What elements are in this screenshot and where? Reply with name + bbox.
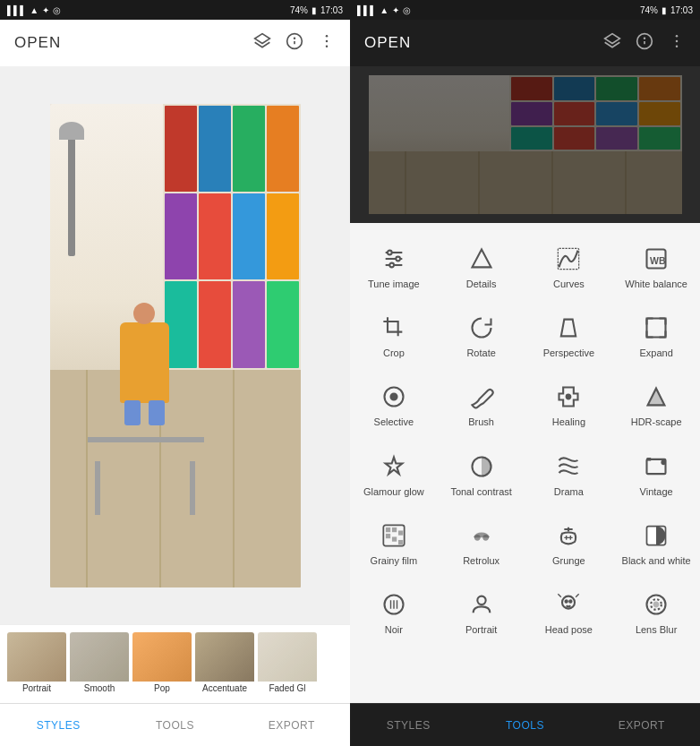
photo-floor — [50, 370, 301, 587]
svg-point-27 — [390, 394, 397, 400]
vintage-label: Vintage — [640, 486, 673, 498]
tool-glamour[interactable]: Glamour glow — [350, 438, 438, 507]
drama-label: Drama — [554, 486, 584, 498]
bottom-nav-right: STYLES TOOLS EXPORT — [350, 703, 700, 746]
curves-label: Curves — [553, 279, 585, 290]
portrait-label: Portrait — [465, 624, 497, 636]
svg-point-11 — [676, 34, 679, 37]
tool-perspective[interactable]: Perspective — [525, 299, 613, 368]
thumb-accentuate-label: Accentuate — [195, 682, 254, 695]
svg-rect-41 — [393, 537, 397, 541]
tune-image-icon — [378, 243, 410, 275]
tool-tonal[interactable]: Tonal contrast — [438, 438, 525, 507]
table-leg1 — [95, 461, 100, 515]
nav-styles-right[interactable]: STYLES — [350, 704, 466, 746]
svg-rect-40 — [387, 535, 390, 538]
tool-drama[interactable]: Drama — [525, 438, 613, 507]
status-bar-right: ▌▌▌ ▲ ✦ ◎ 74% ▮ 17:03 — [350, 0, 700, 20]
battery-icon-r: ▮ — [662, 5, 667, 15]
nav-styles-left[interactable]: STYLES — [0, 704, 116, 746]
tool-brush[interactable]: Brush — [438, 368, 525, 437]
toolbar-icons-left — [253, 32, 336, 55]
thumbnail-strip-left: Portrait Smooth Pop Accentuate Faded Gl — [0, 624, 350, 703]
noir-icon — [378, 588, 410, 621]
svg-point-6 — [326, 45, 329, 47]
perspective-icon — [552, 312, 585, 344]
status-bar-left: ▌▌▌ ▲ ✦ ◎ 74% ▮ 17:03 — [0, 0, 350, 20]
glamour-label: Glamour glow — [363, 486, 424, 498]
svg-text:WB: WB — [650, 255, 666, 266]
info-icon-right[interactable] — [636, 32, 653, 55]
tool-curves[interactable]: Curves — [525, 230, 613, 299]
book12 — [267, 281, 299, 367]
noir-label: Noir — [385, 624, 403, 636]
tool-crop[interactable]: Crop — [350, 299, 438, 368]
thumb-accentuate-img — [195, 632, 254, 682]
more-icon-right[interactable] — [668, 32, 686, 55]
grunge-label: Grunge — [552, 555, 585, 567]
thumb-pop[interactable]: Pop — [132, 632, 192, 697]
glamour-icon — [378, 450, 410, 483]
lensblur-label: Lens Blur — [636, 624, 677, 636]
book11 — [233, 281, 265, 367]
svg-point-53 — [654, 603, 659, 607]
open-title-left: OPEN — [14, 34, 61, 52]
nav-export-left[interactable]: EXPORT — [234, 704, 350, 746]
tool-bw[interactable]: Black and white — [612, 507, 700, 576]
tool-healing[interactable]: Healing — [525, 368, 613, 437]
tonal-icon — [465, 450, 498, 483]
more-icon-left[interactable] — [318, 32, 336, 55]
photo-left — [50, 104, 301, 587]
tool-portrait[interactable]: Portrait — [438, 576, 525, 645]
tool-lensblur[interactable]: Lens Blur — [612, 576, 700, 645]
tool-retrolux[interactable]: Retrolux — [438, 507, 525, 576]
thumb-faded-label: Faded Gl — [258, 682, 317, 695]
svg-point-49 — [566, 600, 568, 602]
tool-expand[interactable]: Expand — [612, 299, 700, 368]
crop-icon — [378, 312, 410, 344]
thumb-portrait[interactable]: Portrait — [7, 632, 66, 697]
lamp-shade — [59, 122, 84, 140]
tool-tune-image[interactable]: Tune image — [350, 230, 438, 299]
battery-pct-r: 74% — [640, 5, 658, 15]
nav-tools-left[interactable]: TOOLS — [116, 704, 233, 746]
hdr-label: HDR-scape — [631, 416, 682, 428]
nav-tools-right[interactable]: TOOLS — [466, 704, 583, 746]
top-bar-left: OPEN — [0, 20, 350, 66]
brush-icon — [465, 381, 498, 413]
thumb-smooth[interactable]: Smooth — [70, 632, 129, 697]
layers-icon-left[interactable] — [253, 32, 271, 55]
svg-point-19 — [389, 263, 394, 268]
nfc-icon-r: ◎ — [403, 5, 411, 15]
book5 — [165, 193, 197, 279]
tool-vintage[interactable]: Vintage — [612, 438, 700, 507]
thumb-accentuate[interactable]: Accentuate — [195, 632, 254, 697]
headpose-icon — [552, 588, 585, 621]
grainy-icon — [378, 519, 410, 552]
tool-rotate[interactable]: Rotate — [438, 299, 525, 368]
tool-headpose[interactable]: Head pose — [525, 576, 613, 645]
open-title-right: OPEN — [364, 34, 411, 52]
tool-white-balance[interactable]: WB White balance — [612, 230, 700, 299]
tool-details[interactable]: Details — [438, 230, 525, 299]
thumb-faded[interactable]: Faded Gl — [258, 632, 317, 697]
time-display-r: 17:03 — [670, 5, 693, 15]
wifi-icon: ▲ — [30, 5, 38, 15]
tool-selective[interactable]: Selective — [350, 368, 438, 437]
svg-point-28 — [567, 395, 571, 399]
status-left-r: ▌▌▌ ▲ ✦ ◎ — [357, 5, 411, 15]
tools-grid: Tune image Details Curves — [350, 230, 700, 645]
layers-icon-right[interactable] — [603, 32, 621, 55]
tool-grainy[interactable]: Grainy film — [350, 507, 438, 576]
info-icon-left[interactable] — [286, 32, 303, 55]
svg-point-50 — [570, 600, 572, 602]
tool-grunge[interactable]: Grunge — [525, 507, 613, 576]
svg-marker-29 — [648, 389, 665, 406]
curves-icon — [552, 243, 585, 275]
nav-export-right[interactable]: EXPORT — [584, 704, 700, 746]
svg-point-18 — [396, 257, 400, 262]
status-left: ▌▌▌ ▲ ✦ ◎ — [7, 5, 61, 15]
tool-noir[interactable]: Noir — [350, 576, 438, 645]
tool-hdr[interactable]: HDR-scape — [612, 368, 700, 437]
book6 — [199, 193, 231, 279]
